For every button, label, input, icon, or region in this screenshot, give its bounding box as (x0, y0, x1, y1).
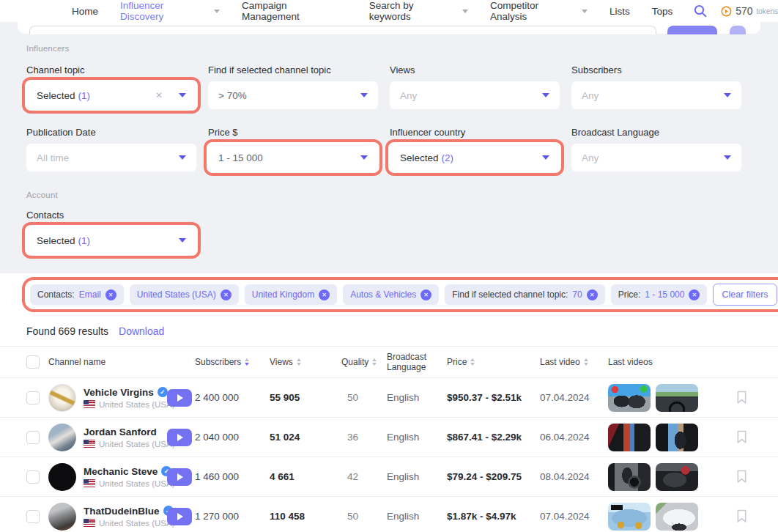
account-grid: Contacts Selected(1) (26, 210, 752, 254)
find-topic-select[interactable]: > 70% (208, 81, 378, 109)
nav-right: 570 tokens (693, 4, 778, 18)
bookmark-icon[interactable] (722, 391, 752, 404)
remove-chip-icon[interactable] (319, 289, 330, 300)
filter-label: Channel topic (26, 64, 196, 75)
search-icon[interactable] (693, 4, 708, 18)
channel-name[interactable]: Mechanic Steve (84, 466, 158, 477)
search-bar-remnant (0, 22, 778, 35)
subscribers-select[interactable]: Any (571, 81, 741, 109)
video-thumbnail[interactable] (656, 384, 698, 412)
quality-value: 42 (341, 471, 387, 482)
nav-tops[interactable]: Tops (652, 6, 673, 17)
main-menu: Home Influencer Discovery Campaign Manag… (72, 0, 673, 22)
clear-icon[interactable] (155, 90, 163, 100)
button-label: Clear filters (722, 289, 768, 300)
channel-name[interactable]: ThatDudeinBlue (84, 506, 160, 517)
channel-avatar[interactable] (48, 503, 76, 531)
video-thumbnail[interactable] (608, 424, 651, 451)
select-value: 1 - 15 000 (218, 152, 263, 163)
video-thumbnail[interactable] (656, 424, 698, 451)
chevron-down-icon (542, 93, 549, 97)
influencer-discovery-page: Home Influencer Discovery Campaign Manag… (0, 0, 778, 532)
publication-date-select[interactable]: All time (26, 144, 196, 171)
nav-lists[interactable]: Lists (610, 6, 630, 17)
chip-label: Find if selected channel topic: (452, 289, 568, 300)
search-button-fragment[interactable] (667, 26, 717, 34)
filter-price: Price $ 1 - 15 000 (208, 127, 378, 171)
last-videos-cell (608, 424, 722, 451)
youtube-play-button[interactable] (167, 508, 192, 525)
select-value: Any (400, 90, 417, 101)
bookmark-icon[interactable] (722, 470, 752, 484)
row-checkbox[interactable] (26, 470, 40, 484)
nav-influencer-discovery[interactable]: Influencer Discovery (120, 0, 220, 22)
youtube-play-button[interactable] (167, 429, 192, 446)
filter-label: Price $ (208, 127, 378, 138)
secondary-button-fragment[interactable] (730, 26, 746, 34)
chip-value: United Kingdom (252, 289, 314, 300)
video-thumbnail[interactable] (608, 463, 651, 491)
influencer-country-select[interactable]: Selected(2) (390, 144, 560, 171)
row-checkbox[interactable] (26, 510, 40, 523)
row-checkbox[interactable] (26, 431, 40, 444)
remove-chip-icon[interactable] (105, 289, 116, 300)
subscribers-value: 1 270 000 (195, 511, 270, 522)
column-header-price[interactable]: Price (447, 357, 540, 367)
column-header-quality[interactable]: Quality (341, 357, 387, 367)
video-thumbnail[interactable] (608, 384, 651, 412)
nav-home[interactable]: Home (72, 6, 98, 17)
views-select[interactable]: Any (390, 81, 560, 109)
channel-cell: Jordan Sanford United States (USA) (48, 424, 195, 451)
nav-competitor-analysis[interactable]: Competitor Analysis (490, 0, 588, 22)
nav-search-by-keywords[interactable]: Search by keywords (369, 0, 468, 22)
column-header-last-video[interactable]: Last video (540, 357, 608, 367)
column-header-views[interactable]: Views (270, 357, 341, 367)
column-header-subscribers[interactable]: Subscribers (195, 357, 270, 367)
channel-name[interactable]: Jordan Sanford (84, 426, 157, 437)
selected-count: (1) (78, 235, 91, 246)
channel-name[interactable]: Vehicle Virgins (84, 387, 154, 398)
chip-value: Autos & Vehicles (350, 289, 416, 300)
download-link[interactable]: Download (119, 325, 164, 337)
chevron-down-icon (462, 10, 468, 13)
video-thumbnail[interactable] (656, 463, 698, 491)
bookmark-icon[interactable] (722, 509, 752, 523)
filter-label: Views (390, 64, 560, 75)
remove-chip-icon[interactable] (221, 289, 231, 300)
channel-country: United States (USA) (99, 479, 175, 488)
table-row: Vehicle Virgins United States (USA) 2 40… (0, 378, 778, 418)
nav-campaign-management[interactable]: Campaign Management (242, 0, 347, 22)
filter-publication-date: Publication Date All time (26, 127, 196, 171)
select-value: Selected (400, 152, 439, 163)
remove-chip-icon[interactable] (421, 289, 431, 300)
remove-chip-icon[interactable] (587, 289, 598, 300)
row-checkbox[interactable] (26, 391, 40, 404)
remove-chip-icon[interactable] (689, 289, 700, 300)
search-input[interactable] (29, 26, 656, 34)
bookmark-icon[interactable] (722, 430, 752, 444)
clear-filters-button[interactable]: Clear filters (713, 284, 777, 306)
channel-avatar[interactable] (48, 424, 76, 451)
channel-avatar[interactable] (48, 384, 76, 412)
chevron-down-icon (179, 155, 186, 160)
youtube-play-button[interactable] (167, 389, 192, 407)
tokens-balance[interactable]: 570 tokens (721, 5, 778, 17)
broadcast-language-select[interactable]: Any (571, 144, 741, 171)
channel-topic-select[interactable]: Selected(1) (26, 81, 196, 109)
column-header-broadcast-language: Broadcast Language (387, 352, 447, 373)
sort-icon (372, 358, 377, 366)
contacts-select[interactable]: Selected(1) (26, 226, 196, 254)
price-select[interactable]: 1 - 15 000 (208, 144, 378, 171)
youtube-play-button[interactable] (167, 468, 192, 486)
last-videos-cell (608, 503, 722, 531)
last-video-date: 07.04.2024 (540, 511, 608, 522)
nav-label: Competitor Analysis (490, 0, 577, 22)
channel-avatar[interactable] (48, 463, 76, 491)
video-thumbnail[interactable] (608, 503, 651, 531)
channel-cell: Vehicle Virgins United States (USA) (48, 384, 195, 412)
select-value: Any (582, 152, 599, 163)
select-all-checkbox[interactable] (26, 355, 40, 369)
active-filters-group: Contacts: Email United States (USA) Unit… (25, 280, 778, 309)
top-nav: Home Influencer Discovery Campaign Manag… (0, 0, 778, 22)
video-thumbnail[interactable] (656, 503, 698, 531)
